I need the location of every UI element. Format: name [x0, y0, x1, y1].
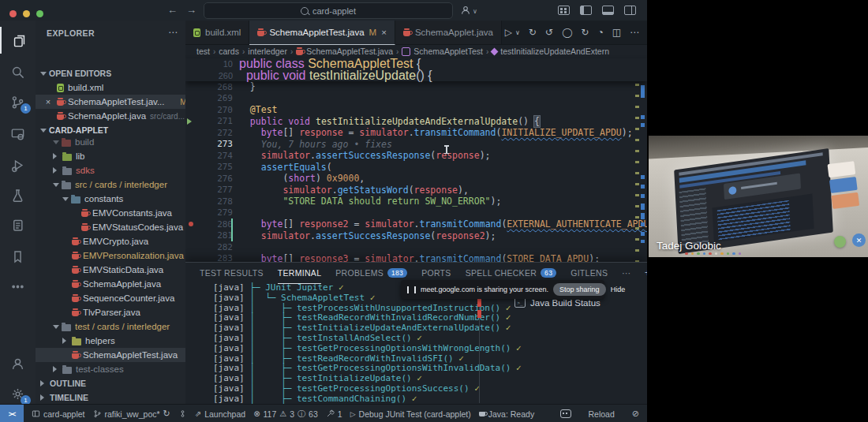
- window-controls[interactable]: [9, 6, 50, 21]
- tree-item[interactable]: test / cards / interledger: [36, 319, 203, 334]
- panel-tab-test-results[interactable]: TEST RESULTS: [200, 263, 264, 283]
- minimize-window-button[interactable]: [23, 10, 30, 17]
- code-line[interactable]: 271 public void testInitializeUpdateAndE…: [185, 116, 647, 128]
- line-number: 274: [196, 151, 233, 161]
- git-change-bar: [231, 230, 233, 242]
- toggle-panel-icon[interactable]: [602, 6, 614, 15]
- breadcrumb-item[interactable]: interledger: [248, 47, 287, 56]
- code-line[interactable]: 276 (short) 0x9000,: [185, 173, 647, 185]
- warning-mark: [635, 128, 639, 130]
- tree-item[interactable]: sdks: [36, 163, 203, 177]
- open-editor-item[interactable]: SchemaApplet.javasrc/card...: [36, 109, 193, 123]
- nav-circle-icon[interactable]: ◯: [562, 27, 572, 38]
- tree-item[interactable]: src / cards / interledger: [36, 177, 203, 192]
- search-icon[interactable]: [0, 58, 36, 85]
- stop-sharing-button[interactable]: Stop sharing: [553, 283, 606, 296]
- breadcrumb-item[interactable]: cards: [219, 47, 239, 56]
- close-icon[interactable]: ×: [43, 97, 53, 106]
- breakpoint-icon[interactable]: [185, 222, 196, 226]
- explorer-icon[interactable]: [0, 27, 37, 54]
- code-line[interactable]: 280 byte[] response2 = simulator.transmi…: [185, 218, 647, 230]
- code-line[interactable]: 278 "STORE DATA should return SW_NO_ERRO…: [185, 196, 647, 207]
- toggle-primary-sidebar-icon[interactable]: [580, 6, 592, 15]
- breadcrumb-item[interactable]: SchemaAppletTest.java: [306, 47, 393, 56]
- info-mark: [641, 240, 645, 243]
- remote-explorer-icon[interactable]: [0, 120, 36, 147]
- run-debug-icon[interactable]: [0, 151, 36, 178]
- breadcrumb-item[interactable]: test: [196, 47, 210, 56]
- more-actions-icon[interactable]: ⋯: [630, 27, 639, 38]
- statusbar-java-ready[interactable]: Java: Ready: [479, 409, 534, 419]
- command-center-search[interactable]: card-applet: [204, 2, 453, 19]
- breadcrumb-item[interactable]: SchemaAppletTest: [413, 47, 483, 56]
- statusbar-rafiki-ww-poc-[interactable]: rafiki_ww_poc*↻: [93, 409, 170, 419]
- sync-changes-icon[interactable]: ↻: [529, 27, 537, 38]
- statusbar-reload[interactable]: Reload: [589, 409, 615, 419]
- code-line[interactable]: 272 byte[] response = simulator.transmit…: [185, 127, 647, 139]
- zoom-window-button[interactable]: [36, 10, 43, 17]
- statusbar-1[interactable]: 1: [326, 409, 342, 419]
- close-window-button[interactable]: [9, 10, 17, 17]
- toggle-secondary-sidebar-icon[interactable]: [624, 6, 636, 15]
- source-control-icon[interactable]: 1: [0, 88, 36, 115]
- blocked-icon[interactable]: ⊘: [632, 409, 639, 419]
- code-line[interactable]: 274 simulator.assertSuccessResponse(resp…: [185, 150, 647, 162]
- code-line[interactable]: 273 You, 7 hours ago • fixes: [185, 139, 647, 151]
- code-line[interactable]: 269: [185, 93, 647, 105]
- add-terminal-icon[interactable]: +: [645, 267, 647, 278]
- nav-back-icon[interactable]: ↺: [545, 27, 553, 38]
- code-line[interactable]: 268 }: [185, 81, 647, 93]
- run-timer-icon[interactable]: ◔: [597, 27, 603, 38]
- split-editor-icon[interactable]: ◫: [612, 27, 621, 38]
- account-icon[interactable]: [0, 350, 36, 377]
- tree-item-label: SchemaApplet.java: [83, 279, 161, 289]
- panel-tab-terminal[interactable]: TERMINAL: [278, 263, 322, 284]
- panel-tab-⋯[interactable]: ⋯: [622, 263, 630, 283]
- notebook-icon[interactable]: [0, 211, 36, 238]
- nav-forward-icon[interactable]: ↻: [581, 27, 589, 38]
- code-line[interactable]: 270 @Test: [185, 104, 647, 116]
- gitlens-icon[interactable]: [178, 409, 187, 418]
- code-line[interactable]: 279: [185, 207, 647, 219]
- more-icon[interactable]: [0, 273, 36, 300]
- problems-summary[interactable]: ⊗ 117 ⚠ 3 ⓘ 63: [253, 409, 318, 420]
- video-call-tile[interactable]: ✕ Tadej Golobic: [649, 136, 868, 257]
- statusbar-card-applet[interactable]: card-applet: [32, 409, 85, 419]
- settings-gear-icon[interactable]: 1: [0, 380, 36, 407]
- code-editor[interactable]: 268 }269270 @Test271 public void testIni…: [185, 58, 647, 262]
- code-line[interactable]: 275 assertEquals(: [185, 162, 647, 174]
- open-editor-item[interactable]: build.xml: [36, 80, 193, 95]
- remote-indicator[interactable]: ><: [0, 405, 24, 422]
- tree-item[interactable]: build: [36, 135, 203, 149]
- customize-layout-icon[interactable]: [558, 6, 570, 15]
- statusbar-launchpad[interactable]: ⇗Launchpad: [195, 409, 245, 419]
- history-back-icon[interactable]: ←: [167, 0, 178, 21]
- code-line[interactable]: 281 simulator.assertSuccessResponse(resp…: [185, 230, 647, 242]
- open-editor-item[interactable]: ×SchemaAppletTest.jav...M: [36, 95, 193, 109]
- copilot-icon[interactable]: [560, 409, 571, 418]
- breadcrumb-item[interactable]: testInitializeUpdateAndExtern: [500, 47, 609, 56]
- close-icon[interactable]: ×: [381, 28, 387, 37]
- chevron-down-icon[interactable]: ∨: [515, 29, 520, 36]
- tree-item[interactable]: lib: [36, 149, 203, 163]
- editor-tab[interactable]: build.xml: [185, 21, 249, 44]
- sidebar-section-outline[interactable]: OUTLINE: [36, 376, 190, 390]
- bookmarks-icon[interactable]: [0, 243, 36, 270]
- panel-tab-problems[interactable]: PROBLEMS183: [335, 263, 407, 283]
- hide-notification-button[interactable]: Hide: [611, 286, 626, 293]
- run-test-icon[interactable]: [185, 118, 196, 125]
- open-editors-header[interactable]: OPEN EDITORS: [36, 66, 190, 80]
- history-forward-icon[interactable]: →: [186, 0, 196, 21]
- code-line[interactable]: 277 simulator.getStatusWord(response),: [185, 185, 647, 196]
- editor-tab[interactable]: SchemaApplet.java: [395, 21, 502, 44]
- tree-item[interactable]: test-classes: [36, 362, 203, 376]
- account-icon[interactable]: [460, 5, 471, 19]
- testing-icon[interactable]: [0, 181, 36, 208]
- code-line[interactable]: 260 public void testInitializeUpdate() {: [185, 70, 647, 82]
- run-icon[interactable]: ▷: [505, 27, 512, 38]
- code-line[interactable]: 282: [185, 241, 647, 253]
- sidebar-section-timeline[interactable]: TIMELINE: [36, 390, 190, 405]
- statusbar-debug-junit-test-card-applet-[interactable]: ▷Debug JUnit Test (card-applet): [350, 409, 471, 419]
- editor-tab[interactable]: SchemaAppletTest.javaM×: [249, 21, 395, 45]
- more-actions-icon[interactable]: ⋯: [168, 27, 178, 38]
